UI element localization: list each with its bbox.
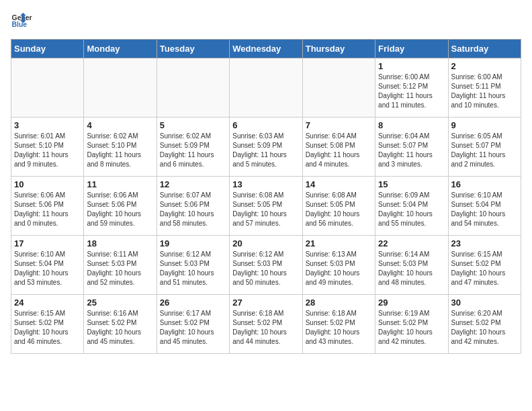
day-cell-15: 15Sunrise: 6:09 AMSunset: 5:04 PMDayligh… (375, 177, 448, 236)
day-cell-13: 13Sunrise: 6:08 AMSunset: 5:05 PMDayligh… (230, 177, 302, 236)
day-number: 17 (14, 238, 81, 248)
day-cell-16: 16Sunrise: 6:10 AMSunset: 5:04 PMDayligh… (448, 177, 521, 236)
day-cell-24: 24Sunrise: 6:15 AMSunset: 5:02 PMDayligh… (11, 295, 84, 354)
day-info: Sunrise: 6:11 AMSunset: 5:03 PMDaylight:… (87, 250, 153, 287)
empty-cell (302, 58, 375, 118)
week-row-4: 17Sunrise: 6:10 AMSunset: 5:04 PMDayligh… (11, 236, 521, 295)
day-number: 14 (306, 179, 372, 189)
day-cell-11: 11Sunrise: 6:06 AMSunset: 5:06 PMDayligh… (84, 177, 157, 236)
day-number: 30 (451, 298, 518, 308)
day-info: Sunrise: 6:00 AMSunset: 5:12 PMDaylight:… (378, 73, 445, 110)
day-cell-26: 26Sunrise: 6:17 AMSunset: 5:02 PMDayligh… (157, 295, 229, 354)
day-cell-1: 1Sunrise: 6:00 AMSunset: 5:12 PMDaylight… (375, 58, 448, 118)
day-number: 7 (306, 120, 372, 130)
empty-cell (84, 58, 157, 118)
day-number: 22 (378, 238, 445, 248)
day-info: Sunrise: 6:17 AMSunset: 5:02 PMDaylight:… (160, 309, 226, 347)
day-info: Sunrise: 6:13 AMSunset: 5:03 PMDaylight:… (306, 250, 372, 287)
day-info: Sunrise: 6:15 AMSunset: 5:02 PMDaylight:… (14, 309, 81, 347)
day-info: Sunrise: 6:02 AMSunset: 5:10 PMDaylight:… (87, 132, 153, 169)
day-info: Sunrise: 6:16 AMSunset: 5:02 PMDaylight:… (87, 309, 153, 347)
day-info: Sunrise: 6:12 AMSunset: 5:03 PMDaylight:… (232, 250, 299, 287)
week-row-5: 24Sunrise: 6:15 AMSunset: 5:02 PMDayligh… (11, 295, 521, 354)
day-info: Sunrise: 6:07 AMSunset: 5:06 PMDaylight:… (160, 191, 226, 228)
svg-text:Blue: Blue (12, 21, 28, 28)
day-info: Sunrise: 6:18 AMSunset: 5:02 PMDaylight:… (232, 309, 299, 347)
empty-cell (157, 58, 229, 118)
day-number: 18 (87, 238, 153, 248)
day-cell-6: 6Sunrise: 6:03 AMSunset: 5:09 PMDaylight… (230, 118, 302, 177)
day-number: 28 (306, 298, 372, 308)
day-info: Sunrise: 6:06 AMSunset: 5:06 PMDaylight:… (14, 191, 81, 228)
day-number: 9 (451, 120, 518, 130)
weekday-header-tuesday: Tuesday (157, 40, 229, 58)
day-number: 15 (378, 179, 445, 189)
day-number: 11 (87, 179, 153, 189)
calendar-table: SundayMondayTuesdayWednesdayThursdayFrid… (11, 39, 521, 354)
day-cell-30: 30Sunrise: 6:20 AMSunset: 5:02 PMDayligh… (448, 295, 521, 354)
day-number: 10 (14, 179, 81, 189)
empty-cell (230, 58, 302, 118)
day-cell-20: 20Sunrise: 6:12 AMSunset: 5:03 PMDayligh… (230, 236, 302, 295)
day-cell-12: 12Sunrise: 6:07 AMSunset: 5:06 PMDayligh… (157, 177, 229, 236)
day-info: Sunrise: 6:09 AMSunset: 5:04 PMDaylight:… (378, 191, 445, 228)
logo: General Blue (11, 11, 32, 32)
week-row-3: 10Sunrise: 6:06 AMSunset: 5:06 PMDayligh… (11, 177, 521, 236)
day-info: Sunrise: 6:04 AMSunset: 5:08 PMDaylight:… (306, 132, 372, 169)
day-info: Sunrise: 6:02 AMSunset: 5:09 PMDaylight:… (160, 132, 226, 169)
weekday-header-row: SundayMondayTuesdayWednesdayThursdayFrid… (11, 40, 521, 58)
day-cell-25: 25Sunrise: 6:16 AMSunset: 5:02 PMDayligh… (84, 295, 157, 354)
day-number: 20 (232, 238, 299, 248)
day-info: Sunrise: 6:00 AMSunset: 5:11 PMDaylight:… (451, 73, 518, 110)
weekday-header-sunday: Sunday (11, 40, 84, 58)
day-cell-4: 4Sunrise: 6:02 AMSunset: 5:10 PMDaylight… (84, 118, 157, 177)
day-info: Sunrise: 6:03 AMSunset: 5:09 PMDaylight:… (232, 132, 299, 169)
day-number: 25 (87, 298, 153, 308)
weekday-header-wednesday: Wednesday (230, 40, 302, 58)
day-info: Sunrise: 6:18 AMSunset: 5:02 PMDaylight:… (306, 309, 372, 347)
day-info: Sunrise: 6:20 AMSunset: 5:02 PMDaylight:… (451, 309, 518, 347)
day-info: Sunrise: 6:12 AMSunset: 5:03 PMDaylight:… (160, 250, 226, 287)
day-number: 16 (451, 179, 518, 189)
day-number: 24 (14, 298, 81, 308)
week-row-2: 3Sunrise: 6:01 AMSunset: 5:10 PMDaylight… (11, 118, 521, 177)
day-number: 4 (87, 120, 153, 130)
day-number: 21 (306, 238, 372, 248)
day-info: Sunrise: 6:06 AMSunset: 5:06 PMDaylight:… (87, 191, 153, 228)
day-number: 5 (160, 120, 226, 130)
day-number: 29 (378, 298, 445, 308)
day-number: 6 (232, 120, 299, 130)
day-cell-28: 28Sunrise: 6:18 AMSunset: 5:02 PMDayligh… (302, 295, 375, 354)
day-number: 23 (451, 238, 518, 248)
day-info: Sunrise: 6:14 AMSunset: 5:03 PMDaylight:… (378, 250, 445, 287)
day-number: 26 (160, 298, 226, 308)
weekday-header-friday: Friday (375, 40, 448, 58)
day-cell-14: 14Sunrise: 6:08 AMSunset: 5:05 PMDayligh… (302, 177, 375, 236)
day-info: Sunrise: 6:08 AMSunset: 5:05 PMDaylight:… (306, 191, 372, 228)
day-cell-2: 2Sunrise: 6:00 AMSunset: 5:11 PMDaylight… (448, 58, 521, 118)
day-number: 1 (378, 61, 445, 71)
day-info: Sunrise: 6:01 AMSunset: 5:10 PMDaylight:… (14, 132, 81, 169)
day-cell-29: 29Sunrise: 6:19 AMSunset: 5:02 PMDayligh… (375, 295, 448, 354)
day-number: 3 (14, 120, 81, 130)
day-cell-9: 9Sunrise: 6:05 AMSunset: 5:07 PMDaylight… (448, 118, 521, 177)
day-cell-21: 21Sunrise: 6:13 AMSunset: 5:03 PMDayligh… (302, 236, 375, 295)
day-number: 8 (378, 120, 445, 130)
day-info: Sunrise: 6:05 AMSunset: 5:07 PMDaylight:… (451, 132, 518, 169)
empty-cell (11, 58, 84, 118)
day-number: 27 (232, 298, 299, 308)
day-cell-7: 7Sunrise: 6:04 AMSunset: 5:08 PMDaylight… (302, 118, 375, 177)
day-cell-10: 10Sunrise: 6:06 AMSunset: 5:06 PMDayligh… (11, 177, 84, 236)
logo-icon: General Blue (11, 11, 32, 32)
day-info: Sunrise: 6:08 AMSunset: 5:05 PMDaylight:… (232, 191, 299, 228)
day-info: Sunrise: 6:10 AMSunset: 5:04 PMDaylight:… (14, 250, 81, 287)
week-row-1: 1Sunrise: 6:00 AMSunset: 5:12 PMDaylight… (11, 58, 521, 118)
day-number: 12 (160, 179, 226, 189)
day-info: Sunrise: 6:15 AMSunset: 5:02 PMDaylight:… (451, 250, 518, 287)
day-cell-22: 22Sunrise: 6:14 AMSunset: 5:03 PMDayligh… (375, 236, 448, 295)
day-cell-3: 3Sunrise: 6:01 AMSunset: 5:10 PMDaylight… (11, 118, 84, 177)
day-info: Sunrise: 6:10 AMSunset: 5:04 PMDaylight:… (451, 191, 518, 228)
day-number: 13 (232, 179, 299, 189)
day-cell-17: 17Sunrise: 6:10 AMSunset: 5:04 PMDayligh… (11, 236, 84, 295)
weekday-header-monday: Monday (84, 40, 157, 58)
